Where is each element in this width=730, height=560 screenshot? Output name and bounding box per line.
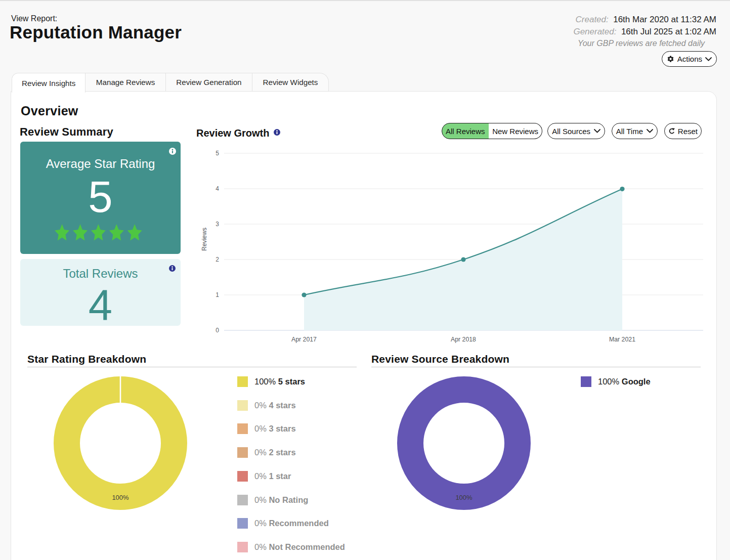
svg-text:5: 5 bbox=[216, 150, 219, 157]
svg-text:1: 1 bbox=[216, 291, 219, 298]
svg-text:4: 4 bbox=[216, 185, 219, 192]
svg-text:Apr 2017: Apr 2017 bbox=[291, 336, 317, 343]
svg-text:100%: 100% bbox=[455, 494, 473, 501]
svg-text:Reviews: Reviews bbox=[201, 228, 208, 251]
svg-text:2: 2 bbox=[216, 256, 219, 263]
svg-text:0: 0 bbox=[216, 327, 219, 334]
svg-text:Mar 2021: Mar 2021 bbox=[609, 336, 635, 343]
svg-text:100%: 100% bbox=[112, 494, 129, 501]
svg-text:3: 3 bbox=[216, 221, 219, 228]
svg-text:Apr 2018: Apr 2018 bbox=[451, 336, 476, 343]
